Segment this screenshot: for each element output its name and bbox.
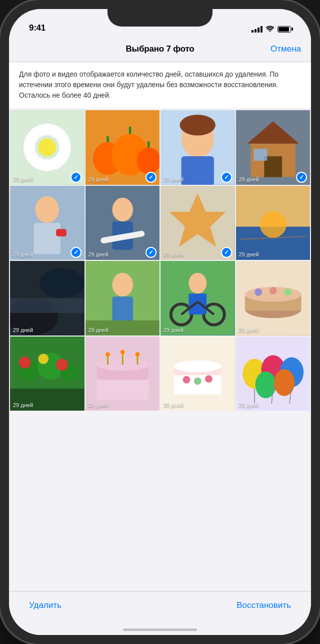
photo-check-6 <box>146 247 156 258</box>
photo-cell-2[interactable]: 29 дней <box>86 110 160 185</box>
svg-point-72 <box>38 354 48 364</box>
photo-label-4: 29 дней <box>239 176 259 182</box>
svg-point-73 <box>56 359 68 371</box>
svg-point-83 <box>135 352 140 357</box>
cancel-button[interactable]: Отмена <box>270 44 301 54</box>
phone-frame: 9:41 Выбрано 7 <box>0 0 320 644</box>
svg-point-42 <box>260 211 286 237</box>
photo-check-1 <box>70 172 82 183</box>
svg-point-81 <box>106 352 110 357</box>
photo-label-7: 29 дней <box>164 251 184 257</box>
svg-point-71 <box>19 357 31 369</box>
photo-cell-8[interactable]: 29 дней <box>236 186 310 260</box>
status-icons <box>252 25 291 33</box>
svg-rect-23 <box>182 156 214 184</box>
svg-rect-29 <box>254 149 267 161</box>
photo-grid-container[interactable]: 29 дней 29 дней 29 дней 29 дней 29 дней <box>9 109 311 591</box>
photo-label-12: 29 дней <box>239 327 259 333</box>
svg-point-55 <box>188 273 206 294</box>
photo-label-8: 29 дней <box>239 251 259 257</box>
photo-cell-9[interactable]: 29 дней <box>10 261 84 336</box>
battery-icon <box>278 26 291 33</box>
photo-grid: 29 дней 29 дней 29 дней 29 дней 29 дней <box>10 110 310 411</box>
photo-cell-1[interactable]: 29 дней <box>10 110 84 185</box>
svg-point-82 <box>120 350 124 354</box>
photo-check-7 <box>221 247 232 258</box>
svg-rect-33 <box>56 229 66 236</box>
photo-check-2 <box>146 172 156 183</box>
photo-cell-12[interactable]: 29 дней <box>236 261 310 336</box>
photo-label-3: 29 дней <box>164 176 184 182</box>
photo-label-9: 29 дней <box>13 327 33 333</box>
svg-point-35 <box>112 197 133 221</box>
svg-point-87 <box>174 360 222 372</box>
home-indicator <box>123 628 197 631</box>
status-time: 9:41 <box>29 23 46 33</box>
svg-point-31 <box>35 196 59 222</box>
notch <box>108 9 212 27</box>
info-text: Для фото и видео отображается количество… <box>19 69 301 101</box>
photo-cell-15[interactable]: 29 дней <box>160 337 235 411</box>
svg-point-63 <box>254 288 262 296</box>
svg-point-49 <box>112 273 133 297</box>
svg-point-65 <box>284 288 292 296</box>
svg-point-17 <box>136 147 160 174</box>
photo-label-11: 29 дней <box>164 327 184 333</box>
delete-button[interactable]: Удалить <box>29 600 62 610</box>
svg-rect-75 <box>96 377 148 400</box>
photo-label-6: 29 дней <box>88 251 108 257</box>
svg-rect-32 <box>34 223 60 254</box>
photo-label-16: 29 дней <box>239 402 259 408</box>
photo-cell-11[interactable]: 29 дней <box>160 261 235 336</box>
svg-point-88 <box>183 376 190 383</box>
nav-bar: Выбрано 7 фото Отмена <box>9 36 311 62</box>
photo-cell-6[interactable]: 29 дней <box>86 186 160 260</box>
photo-check-5 <box>70 247 82 258</box>
phone-screen: 9:41 Выбрано 7 <box>9 9 311 635</box>
svg-point-64 <box>269 287 276 294</box>
photo-label-2: 29 дней <box>88 176 108 182</box>
photo-cell-7[interactable]: 29 дней <box>160 186 235 260</box>
svg-point-89 <box>194 377 202 385</box>
restore-button[interactable]: Восстановить <box>236 600 291 610</box>
photo-label-15: 29 дней <box>164 402 184 408</box>
wifi-icon <box>266 25 274 33</box>
photo-cell-14[interactable]: 29 дней <box>86 337 160 411</box>
photo-check-4 <box>296 172 307 183</box>
svg-point-47 <box>40 268 84 298</box>
svg-point-96 <box>274 369 294 396</box>
nav-title: Выбрано 7 фото <box>126 44 194 54</box>
svg-rect-56 <box>188 293 206 314</box>
photo-cell-10[interactable]: 29 дней <box>86 261 160 336</box>
signal-icon <box>252 26 262 33</box>
svg-point-90 <box>205 375 212 383</box>
photo-cell-3[interactable]: 29 дней <box>160 110 235 185</box>
svg-point-24 <box>180 115 216 136</box>
photo-label-13: 29 дней <box>13 402 33 408</box>
info-banner: Для фото и видео отображается количество… <box>9 62 311 109</box>
photo-label-10: 29 дней <box>88 327 108 333</box>
photo-label-5: 29 дней <box>13 251 33 257</box>
photo-cell-4[interactable]: 29 дней <box>236 110 310 185</box>
photo-label-1: 29 дней <box>13 176 33 182</box>
photo-label-14: 29 дней <box>88 402 108 408</box>
photo-cell-13[interactable]: 29 дней <box>10 337 84 411</box>
svg-point-1 <box>38 138 56 156</box>
photo-check-3 <box>221 172 232 183</box>
svg-rect-46 <box>10 298 84 313</box>
photo-cell-16[interactable]: 29 дней <box>236 337 310 411</box>
photo-cell-5[interactable]: 29 дней <box>10 186 84 260</box>
